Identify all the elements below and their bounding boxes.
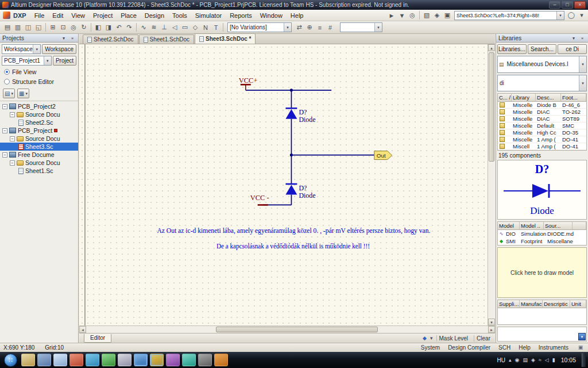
col-library[interactable]: Library bbox=[512, 94, 536, 101]
taskbar-app[interactable] bbox=[37, 354, 51, 366]
sort-options-button[interactable]: ▤ ▾ bbox=[3, 89, 15, 98]
collapse-icon[interactable]: − bbox=[10, 136, 15, 141]
chevron-down-icon[interactable]: ▾ bbox=[374, 23, 382, 32]
undo-icon[interactable]: ↶ bbox=[114, 22, 124, 32]
zoom-fit-icon[interactable]: ⊞ bbox=[48, 22, 58, 32]
collapse-icon[interactable]: − bbox=[2, 152, 7, 158]
redo-icon[interactable]: ↷ bbox=[124, 22, 134, 32]
close-button[interactable]: × bbox=[574, 1, 586, 9]
project-dropdown[interactable]: PCB_Project1 ▾ bbox=[2, 56, 52, 66]
favorites-menu-icon[interactable]: ▾ bbox=[577, 10, 587, 20]
cross-probe-icon[interactable]: ◎ bbox=[407, 10, 417, 20]
chevron-down-icon[interactable]: ▾ bbox=[284, 23, 291, 32]
editor-tab[interactable]: Editor bbox=[84, 334, 111, 343]
model-row[interactable]: ◆ SMI Footprint Miscellane bbox=[498, 237, 586, 245]
file-view-radio[interactable] bbox=[4, 69, 10, 75]
zoom-selected-icon[interactable]: ◎ bbox=[68, 22, 79, 32]
open-icon[interactable]: ▤ bbox=[2, 22, 13, 32]
clock[interactable]: 10:05 bbox=[561, 356, 576, 363]
place-part-icon[interactable]: ◁ bbox=[169, 22, 180, 32]
vertical-scroll-thumb[interactable] bbox=[489, 52, 494, 162]
component-row[interactable]: Miscelle Diode B D-46_6 bbox=[498, 102, 586, 109]
component-row[interactable]: Miscelle 1 Amp ( DO-41 bbox=[498, 136, 586, 143]
refresh-icon[interactable]: ↻ bbox=[79, 22, 89, 32]
menu-view[interactable]: View bbox=[67, 11, 89, 20]
display-options-button[interactable]: ▦ ▾ bbox=[17, 89, 29, 98]
scale-dropdown[interactable]: ▾ bbox=[340, 22, 382, 32]
workspace-button[interactable]: Workspace bbox=[42, 44, 76, 54]
print-icon[interactable]: ◫ bbox=[23, 22, 33, 32]
snippets-icon[interactable]: ▧ bbox=[421, 10, 432, 20]
collapse-icon[interactable]: − bbox=[2, 104, 7, 109]
paste-icon[interactable]: ◨ bbox=[103, 22, 114, 32]
print-preview-icon[interactable]: ◱ bbox=[33, 22, 44, 32]
update-icon[interactable]: ◉ bbox=[515, 357, 520, 363]
menu-file[interactable]: File bbox=[30, 11, 49, 20]
power-port-vcc-plus[interactable]: VCC+ bbox=[239, 76, 258, 90]
diode-d1[interactable]: D? Diode bbox=[285, 108, 315, 124]
taskbar-app[interactable] bbox=[182, 354, 196, 366]
models-table-header[interactable]: Model Model .. Sour... bbox=[498, 222, 586, 230]
schematic-canvas[interactable]: VCC+ D? Diode bbox=[79, 44, 488, 325]
collapse-icon[interactable]: − bbox=[10, 112, 15, 117]
chevron-down-icon[interactable]: ▾ bbox=[44, 56, 51, 65]
libraries-button[interactable]: Libraries... bbox=[497, 44, 527, 54]
filter-icon[interactable]: ▼ bbox=[397, 10, 407, 20]
annotation-note-2[interactable]: De a kapcsolásnak a védődiódák nélkül is… bbox=[216, 243, 370, 250]
variations-dropdown[interactable]: [No Variations] ▾ bbox=[227, 22, 292, 32]
collapse-icon[interactable]: − bbox=[2, 128, 7, 133]
volume-icon[interactable]: ◁ bbox=[545, 357, 549, 363]
tree-item-pcb-project2[interactable]: −PCB_Project2 bbox=[0, 102, 78, 110]
navigator-icon[interactable]: ⇄ bbox=[294, 22, 304, 32]
network-icon[interactable]: ≈ bbox=[539, 357, 541, 363]
component-row[interactable]: Miscelle High Cc DO-35 bbox=[498, 129, 586, 136]
scroll-up-icon[interactable]: ▴ bbox=[488, 44, 495, 51]
workspace-dropdown[interactable]: Workspace1 ▾ bbox=[2, 44, 41, 54]
taskbar-app-explorer[interactable] bbox=[21, 354, 35, 366]
chevron-down-icon[interactable]: ▾ bbox=[556, 12, 564, 20]
clear-button[interactable]: Clear bbox=[474, 335, 493, 342]
tab-sheet1[interactable]: Sheet1.SchDoc bbox=[139, 34, 195, 44]
structure-editor-radio[interactable] bbox=[4, 79, 10, 85]
favorites-icon[interactable]: ◈ bbox=[432, 10, 442, 20]
power-port-vcc-minus[interactable]: VCC - bbox=[250, 194, 269, 205]
taskbar-app[interactable] bbox=[69, 354, 83, 366]
tree-item-source-docu[interactable]: −Source Docu bbox=[0, 110, 78, 118]
instruments-panels-button[interactable]: Instruments bbox=[539, 344, 568, 351]
start-button[interactable]: ∷ bbox=[4, 354, 17, 367]
taskbar-app[interactable] bbox=[53, 354, 67, 366]
tree-item-source-docu[interactable]: −Source Docu bbox=[0, 135, 78, 143]
panel-close-icon[interactable]: × bbox=[69, 35, 76, 41]
d2-comment[interactable]: Diode bbox=[299, 191, 315, 200]
menu-project[interactable]: Project bbox=[89, 11, 117, 20]
tree-item-sheet2-sc[interactable]: Sheet2.Sc bbox=[0, 118, 78, 126]
panel-scroll-icon[interactable]: ▾ bbox=[578, 333, 586, 340]
chevron-down-icon[interactable]: ▾ bbox=[579, 56, 586, 72]
grids-icon[interactable]: # bbox=[325, 22, 335, 32]
help-panels-button[interactable]: Help bbox=[519, 344, 531, 351]
chevron-down-icon[interactable]: ▾ bbox=[579, 75, 586, 91]
scroll-right-icon[interactable]: ▸ bbox=[488, 326, 495, 333]
collapse-icon[interactable]: − bbox=[10, 160, 15, 166]
power-icon[interactable]: ▮ bbox=[552, 357, 555, 363]
tree-item-sheet1-sc[interactable]: Sheet1.Sc bbox=[0, 167, 78, 175]
component-row[interactable]: Miscelle DIAC TO-262 bbox=[498, 109, 586, 116]
tree-item-free-docume[interactable]: −Free Docume bbox=[0, 151, 78, 159]
net-label-icon[interactable]: N bbox=[200, 22, 211, 32]
wire-icon[interactable]: ∿ bbox=[138, 22, 149, 32]
taskbar-app[interactable] bbox=[214, 354, 228, 366]
display-icon[interactable]: ▤ bbox=[523, 357, 528, 363]
home-icon[interactable]: ◯ bbox=[566, 10, 577, 20]
language-indicator[interactable]: HU bbox=[497, 357, 505, 363]
copy-icon[interactable]: ◧ bbox=[93, 22, 103, 32]
maximize-button[interactable]: □ bbox=[562, 1, 573, 9]
component-row[interactable]: Miscelle Default SMC bbox=[498, 122, 586, 129]
design-compiler-panels-button[interactable]: Design Compiler bbox=[448, 344, 490, 351]
tab-sheet2[interactable]: Sheet2.SchDoc bbox=[83, 34, 138, 44]
library-dropdown[interactable]: ▤ Miscellaneous Devices.I ▾ bbox=[497, 56, 587, 73]
panel-menu-icon[interactable]: ▾ bbox=[60, 35, 67, 41]
taskbar-app[interactable] bbox=[198, 354, 212, 366]
panel-close-icon[interactable]: × bbox=[579, 35, 586, 41]
color-profile-icon[interactable]: ◈ bbox=[531, 357, 535, 363]
taskbar-app[interactable] bbox=[102, 354, 115, 366]
